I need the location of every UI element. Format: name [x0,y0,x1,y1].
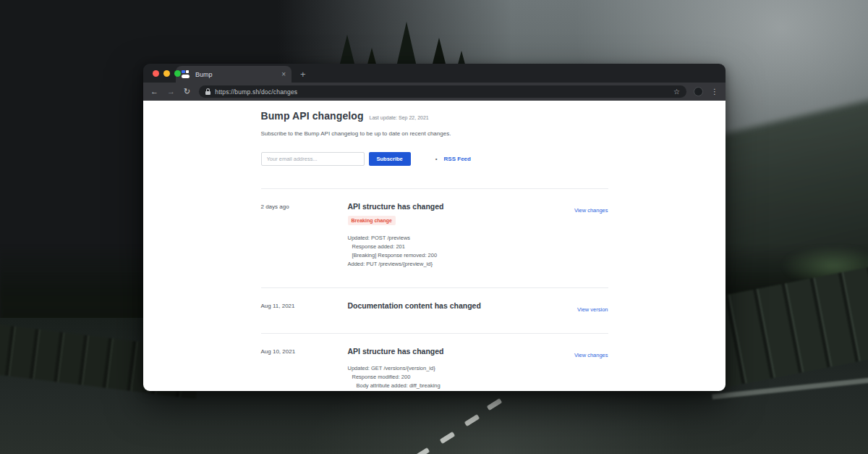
changelog-entry: 2 days ago API structure has changed Bre… [261,188,608,287]
forward-icon[interactable]: → [167,88,175,96]
new-tab-button[interactable]: + [300,70,306,79]
change-line: Response added: 201 [348,243,574,251]
bump-favicon-icon [182,70,190,78]
entry-body: Documentation content has changed [348,301,578,314]
profile-avatar[interactable] [694,87,703,96]
lock-icon [205,88,210,95]
zoom-window-button[interactable] [174,70,181,77]
page-title: Bump API changelog [261,110,364,122]
window-controls [153,64,181,83]
last-update-label: Last update: Sep 22, 2021 [370,115,429,120]
entry-view-link[interactable]: View changes [574,206,608,214]
changelog-list: 2 days ago API structure has changed Bre… [261,188,608,391]
back-icon[interactable]: ← [150,88,158,96]
email-input[interactable] [261,152,365,166]
browser-window: Bump × + ← → ↻ https://bump.sh/doc/chang… [143,64,726,391]
change-line: Updated: GET /versions/{version_id} [348,364,574,373]
tree-silhouette [396,22,417,67]
entry-change-list: Updated: POST /previewsResponse added: 2… [348,234,574,269]
browser-toolbar: ← → ↻ https://bump.sh/doc/changes ☆ ⋮ [143,83,726,101]
browser-tab[interactable]: Bump × [176,66,292,83]
browser-menu-icon[interactable]: ⋮ [711,88,718,96]
change-line: [Breaking] Response removed: 200 [348,251,574,260]
page-subtitle: Subscribe to the Bump API changelog to b… [261,130,608,137]
tab-title: Bump [195,71,281,78]
change-line: Response modified: 200 [348,373,574,382]
entry-change-list: Updated: GET /versions/{version_id}Respo… [348,364,574,390]
changelog-entry: Aug 11, 2021 Documentation content has c… [261,287,608,333]
tab-close-icon[interactable]: × [281,71,286,78]
minimize-window-button[interactable] [163,70,170,77]
page-content: Bump API changelog Last update: Sep 22, … [143,101,726,391]
entry-body: API structure has changed Breaking chang… [348,202,574,269]
change-line: Updated: POST /previews [348,234,574,243]
entry-date: Aug 11, 2021 [261,301,348,314]
entry-view-link[interactable]: View version [577,305,608,313]
change-line: Added: PUT /previews/{preview_id} [348,260,574,269]
address-bar[interactable]: https://bump.sh/doc/changes ☆ [199,85,686,98]
bookmark-star-icon[interactable]: ☆ [673,88,680,96]
entry-title: API structure has changed [348,347,574,356]
entry-date: Aug 10, 2021 [261,347,348,390]
entry-title: API structure has changed [348,202,574,211]
tab-strip: Bump × + [143,64,726,83]
breaking-change-badge: Breaking change [348,216,396,225]
rss-feed-link[interactable]: RSS Feed [444,156,471,162]
entry-body: API structure has changed Updated: GET /… [348,347,574,390]
change-line: Body attribute added: diff_breaking [348,382,574,390]
reload-icon[interactable]: ↻ [184,88,190,96]
changelog-entry: Aug 10, 2021 API structure has changed U… [261,333,608,391]
subscribe-button[interactable]: Subscribe [369,152,411,166]
close-window-button[interactable] [153,70,159,77]
entry-title: Documentation content has changed [348,301,578,310]
entry-view-link[interactable]: View changes [574,350,608,358]
subscribe-form: Subscribe • RSS Feed [261,152,608,166]
url-text: https://bump.sh/doc/changes [215,88,297,96]
page-header: Bump API changelog Last update: Sep 22, … [261,110,608,122]
separator-dot: • [435,156,438,162]
entry-date: 2 days ago [261,202,348,269]
